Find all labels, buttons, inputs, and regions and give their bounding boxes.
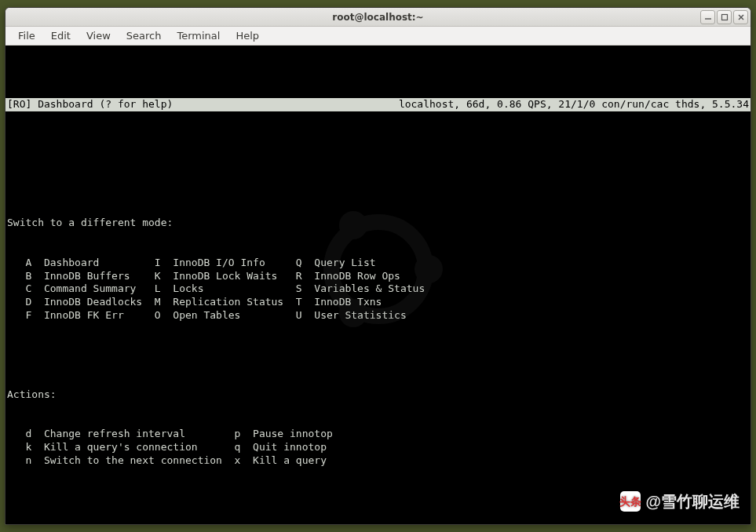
modes-heading: Switch to a different mode: [7,217,749,230]
menu-edit[interactable]: Edit [43,27,79,44]
window-title: root@localhost:~ [332,12,423,23]
menu-file[interactable]: File [10,27,43,44]
actions-heading: Actions: [7,388,749,402]
terminal-window: root@localhost:~ File Edit View Search T… [5,7,751,525]
close-icon [737,13,745,21]
menu-search[interactable]: Search [119,27,170,44]
status-header: [RO] Dashboard (? for help) localhost, 6… [5,98,751,111]
close-button[interactable] [733,10,748,24]
modes-row: C Command Summary L Locks S Variables & … [7,282,749,296]
actions-list: d Change refresh interval p Pause innoto… [7,428,749,467]
status-left: [RO] Dashboard (? for help) [7,98,173,111]
terminal-content: Switch to a different mode: A Dashboard … [5,151,751,524]
modes-row: A Dashboard I InnoDB I/O Info Q Query Li… [7,257,749,270]
terminal-area[interactable]: [RO] Dashboard (? for help) localhost, 6… [5,46,751,524]
modes-row: F InnoDB FK Err O Open Tables U User Sta… [7,309,749,322]
actions-row: n Switch to the next connection x Kill a… [7,454,749,468]
maximize-button[interactable] [717,10,732,24]
modes-row: B InnoDB Buffers K InnoDB Lock Waits R I… [7,270,749,283]
svg-rect-1 [721,15,727,20]
modes-list: A Dashboard I InnoDB I/O Info Q Query Li… [7,257,749,322]
minimize-button[interactable] [700,10,715,24]
menu-view[interactable]: View [79,27,119,44]
titlebar[interactable]: root@localhost:~ [5,8,751,27]
status-right: localhost, 66d, 0.86 QPS, 21/1/0 con/run… [399,98,749,111]
actions-row: k Kill a query's connection q Quit innot… [7,441,749,454]
maximize-icon [721,13,729,21]
window-controls [700,10,748,24]
modes-row: D InnoDB Deadlocks M Replication Status … [7,296,749,309]
actions-row: d Change refresh interval p Pause innoto… [7,428,749,441]
menubar: File Edit View Search Terminal Help [5,27,751,46]
minimize-icon [704,13,712,21]
menu-help[interactable]: Help [228,27,267,44]
menu-terminal[interactable]: Terminal [169,27,228,44]
